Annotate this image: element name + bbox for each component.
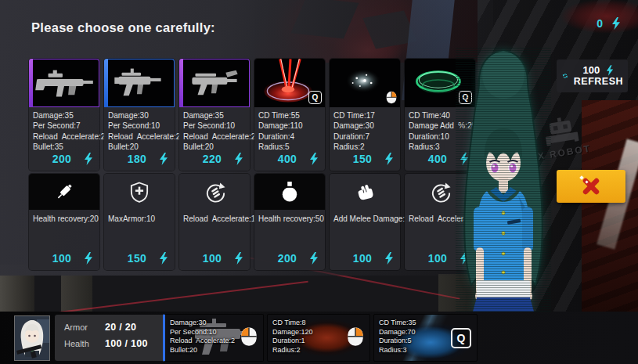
stat-line: Damage:30: [108, 110, 171, 121]
mouse-right-click-icon: [386, 91, 397, 104]
price-row: 220: [179, 153, 250, 171]
currency-display: 0: [597, 17, 621, 30]
mouse-right-click-icon: [347, 326, 364, 347]
weapon-image: [179, 59, 250, 107]
stat-line: Reload Accelerate:2: [33, 132, 96, 142]
armor-label: Armor: [64, 323, 105, 332]
armor-value: 20 / 20: [105, 322, 136, 333]
reload-circle-icon: [430, 182, 451, 203]
weapon-stats: Damage:35 Per Second:7 Reload Accelerate…: [29, 107, 99, 153]
rarity-stripe: [179, 59, 183, 107]
price-row: 200: [29, 153, 99, 171]
stat-line: Radius:5: [258, 142, 321, 152]
upgrade-label: Add Melee Damage:10: [330, 210, 400, 223]
lightning-bolt-icon: [159, 153, 168, 165]
anime-girl-hologram: [456, 47, 551, 312]
refresh-cost: 100: [583, 64, 600, 76]
stat-line: CD Time:55: [258, 110, 321, 121]
price-value: 400: [265, 153, 309, 165]
price-value: 200: [40, 153, 84, 165]
price-row: 150: [104, 252, 175, 270]
lightning-bolt-icon: [309, 153, 319, 165]
health-label: Health: [64, 339, 105, 348]
close-button[interactable]: [557, 170, 625, 203]
binding-badge: [347, 326, 364, 350]
price-value: 100: [190, 252, 234, 265]
skill-image: Q: [254, 59, 325, 107]
lightning-bolt-icon: [384, 252, 394, 265]
player-stats-panel: Armor 20 / 20 Health 100 / 100: [55, 315, 164, 361]
shop-card-skill-laser[interactable]: Q CD Time:55 Damage:110 Duration:4 Radiu…: [254, 59, 325, 171]
price-value: 200: [265, 252, 309, 265]
lightning-bolt-icon: [606, 65, 614, 76]
lightning-bolt-icon: [234, 252, 243, 265]
skill-stats: CD Time:17 Damage:30 Duration:7 Radius:2: [330, 107, 400, 153]
stat-line: Per Second:10: [108, 121, 171, 131]
hotkey-badge: Q: [308, 91, 322, 104]
stat-line: Per Second:10: [183, 121, 246, 131]
smg-icon: [104, 59, 175, 107]
price-value: 150: [115, 252, 159, 265]
stat-line: Reload Accelerate:2: [183, 132, 246, 142]
weapon-image: [29, 59, 99, 107]
page-title: Please choose one carefully:: [31, 20, 215, 35]
health-value: 100 / 100: [105, 338, 148, 349]
binding-badge: Q: [451, 328, 471, 348]
shop-card-maxarmor[interactable]: MaxArmor:10 150: [104, 174, 175, 270]
upgrade-image: [330, 174, 400, 210]
smg-icon: [179, 59, 250, 107]
stat-line: Damage:35: [183, 110, 246, 121]
stat-line: Damage:110: [258, 121, 321, 131]
shop-card-reload-1[interactable]: Reload Accelerate:10 100: [179, 174, 250, 270]
price-row: 150: [330, 153, 400, 171]
shield-cross-icon: [130, 182, 149, 203]
shopkeeper-character: [456, 47, 551, 312]
hotkey-badge: Q: [451, 328, 471, 348]
shop-card-melee[interactable]: Add Melee Damage:10 100: [330, 174, 400, 270]
shop-card-health-20[interactable]: Health recovery:20 100: [29, 174, 99, 270]
stat-line: Damage:35: [33, 110, 96, 121]
equipped-slot-skill-2: CD Time:35 Damage:70 Duration:5 Radius:3…: [373, 314, 478, 362]
skill-image: [330, 59, 400, 107]
rifle-icon: [29, 59, 99, 107]
shop-card-skill-flash[interactable]: CD Time:17 Damage:30 Duration:7 Radius:2…: [330, 59, 400, 171]
price-row: 180: [104, 153, 175, 171]
potion-flask-icon: [280, 181, 299, 203]
upgrade-label: Reload Accelerate:10: [179, 210, 250, 223]
close-x-icon: [581, 176, 601, 196]
upgrade-image: [254, 174, 325, 210]
player-portrait: [14, 315, 50, 361]
refresh-button[interactable]: 100 REFRESH: [557, 59, 628, 92]
weapon-image: [104, 59, 175, 107]
rarity-stripe: [104, 59, 108, 107]
upgrade-label: Health recovery:50: [254, 210, 325, 223]
stat-line: Bullet:35: [33, 142, 96, 152]
stat-line: Damage:30: [333, 121, 396, 131]
shop-card-health-50[interactable]: Health recovery:50 200: [254, 174, 325, 270]
shop-card-weapon-2[interactable]: Damage:30 Per Second:10 Reload Accelerat…: [104, 59, 175, 171]
stat-line: Duration:4: [258, 132, 321, 142]
refresh-arrows-icon: [562, 69, 568, 83]
upgrade-image: [179, 174, 250, 210]
lightning-bolt-icon: [309, 252, 319, 265]
lightning-bolt-icon: [159, 252, 168, 265]
shop-card-weapon-1[interactable]: Damage:35 Per Second:7 Reload Accelerate…: [29, 59, 99, 171]
currency-balance: 0: [597, 17, 603, 30]
weapon-stats: Damage:30 Per Second:10 Reload Accelerat…: [104, 107, 175, 153]
reload-circle-icon: [204, 182, 225, 203]
lightning-bolt-icon: [384, 153, 394, 165]
lightning-bolt-icon: [234, 153, 243, 165]
price-value: 150: [341, 153, 384, 165]
price-row: 400: [254, 153, 325, 171]
shop-card-weapon-3[interactable]: Damage:35 Per Second:10 Reload Accelerat…: [179, 59, 250, 171]
equipped-slot-primary: Damage:30 Per Second:10 Reload Accelerat…: [163, 314, 264, 362]
lightning-bolt-icon: [84, 252, 93, 265]
lightning-bolt-icon: [611, 17, 621, 30]
stat-line: CD Time:35: [379, 319, 472, 328]
stat-line: Radius:2: [333, 142, 396, 152]
price-row: 100: [330, 252, 400, 270]
price-row: 200: [254, 252, 325, 270]
portrait-image: [15, 316, 49, 360]
rarity-stripe: [29, 59, 33, 107]
stat-line: Bullet:20: [183, 142, 246, 152]
